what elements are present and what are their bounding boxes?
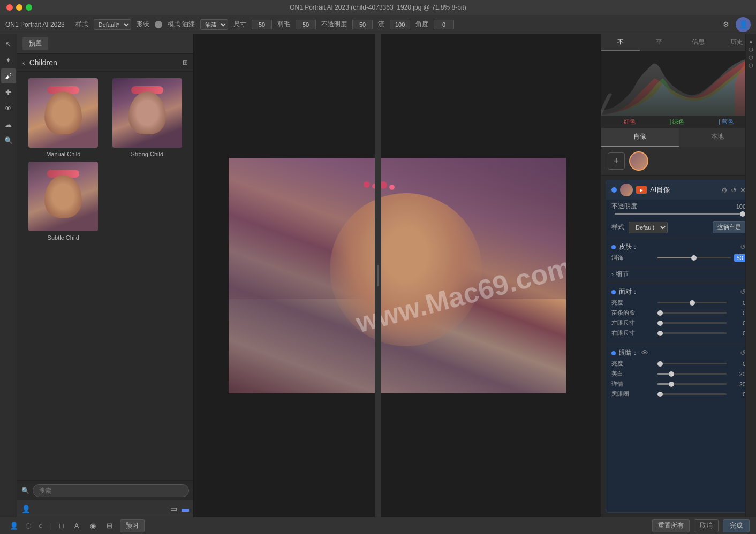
detail-label: 细节 [616,270,629,279]
bottom-left-btn1[interactable]: 👤 [6,521,21,531]
style-action-button[interactable]: 这辆车是 [713,221,746,233]
edge-tool-1[interactable]: ▲ [749,39,754,44]
preset-label-subtle: Subtle Child [48,234,79,241]
right-eye-track[interactable] [657,332,727,334]
face-dot-icon [611,290,616,294]
list-item[interactable]: Manual Child [24,78,103,157]
ai-panel-title: AI肖像 [650,185,670,195]
bottom-text-btn[interactable]: A [71,521,82,531]
category-header: ‹ Children ⊞ [17,54,193,72]
tool-mask[interactable]: ✦ [1,52,16,67]
tool-eye[interactable]: 👁 [1,101,16,116]
eye-detail-row: 详情 20 [611,380,746,388]
flow-input[interactable]: 100 [390,20,410,29]
brightness-track[interactable] [657,302,727,303]
edge-tool-3[interactable]: ⬡ [749,55,753,60]
dark-circle-thumb[interactable] [657,392,663,397]
cancel-button[interactable]: 取消 [694,519,719,532]
slim-face-thumb[interactable] [657,310,663,316]
list-item[interactable]: Subtle Child [24,162,103,241]
opacity-toolbar-input[interactable]: 50 [352,20,373,29]
canvas-area: www.Mac69.com [194,34,601,517]
tool-arrow[interactable]: ↖ [1,36,16,51]
tab-info-1[interactable]: 不 [601,34,640,51]
face-thumbnail[interactable] [629,151,648,171]
divider-2 [606,283,751,283]
tool-fingerprint[interactable]: ☁ [1,117,16,132]
presets-button[interactable]: 预置 [22,37,48,50]
brightness-thumb[interactable] [690,300,695,306]
close-button[interactable] [6,4,13,11]
brightness-value: 0 [730,300,746,306]
skin-slider-track[interactable] [657,257,731,258]
skin-label: 皮肤： [619,242,638,251]
skin-slider-thumb[interactable] [691,255,697,261]
finish-button[interactable]: 完成 [723,519,750,532]
view-single-icon[interactable]: ▭ [170,505,177,513]
grid-view-icon[interactable]: ⊞ [183,59,188,66]
ai-panel-actions: ⚙ ↺ ✕ [721,186,746,194]
angle-input[interactable]: 0 [434,20,454,29]
tab-local[interactable]: 本地 [679,128,757,147]
eyes-section-header: 眼睛： 👁 ↺ [611,348,746,357]
tab-info-2[interactable]: 平 [640,34,678,51]
eye-brightness-row: 亮度 0 [611,360,746,368]
preset-label-manual: Manual Child [46,151,80,157]
ai-mode-icon: ▶ [636,186,647,194]
settings-panel-icon[interactable]: ⚙ [721,186,728,194]
edge-tool-2[interactable]: ⬡ [749,47,753,52]
slim-face-track[interactable] [657,312,727,314]
minimize-button[interactable] [16,4,22,11]
user-avatar[interactable]: 👤 [736,17,751,32]
add-face-button[interactable]: + [608,152,625,170]
opacity-slider-track[interactable] [615,213,743,215]
style-dropdown[interactable]: Default [629,222,668,233]
eye-detail-thumb[interactable] [669,382,674,387]
bottom-rect-btn[interactable]: ⊟ [103,521,116,531]
list-item[interactable]: Strong Child [108,78,187,157]
style-row: 样式 Default 这辆车是 [606,218,751,237]
undo-panel-icon[interactable]: ↺ [731,186,737,194]
mode-select[interactable]: 油漆 [200,19,228,30]
eye-white-thumb[interactable] [669,371,674,377]
view-split-icon[interactable]: ▬ [182,505,189,513]
right-edge-tools: ▲ ⬡ ⬡ ⬡ [745,34,756,517]
eye-brightness-thumb[interactable] [657,361,663,367]
skin-slider-label: 润饰 [611,254,654,262]
edge-tool-4[interactable]: ⬡ [749,63,753,68]
search-input[interactable] [33,484,189,497]
size-input[interactable]: 50 [252,20,272,29]
skin-slider-row: 润饰 50 [611,254,746,262]
eye-detail-track[interactable] [657,383,727,385]
tab-portrait[interactable]: 肖像 [601,128,679,147]
eye-white-track[interactable] [657,373,727,375]
bottom-circle2-btn[interactable]: ◉ [87,521,99,531]
tool-healing[interactable]: ✚ [1,85,16,100]
left-eye-track[interactable] [657,322,727,324]
split-handle[interactable] [375,34,381,517]
feather-input[interactable]: 50 [296,20,316,29]
tool-search[interactable]: 🔍 [1,133,16,148]
eye-brightness-track[interactable] [657,363,727,364]
opacity-value: 100 [736,203,746,210]
reset-all-button[interactable]: 重置所有 [652,519,690,532]
opacity-slider-thumb[interactable] [740,211,745,217]
preview-button[interactable]: 预习 [120,519,145,532]
dark-circle-track[interactable] [657,393,727,395]
right-eye-thumb[interactable] [657,331,663,336]
eye-visibility-icon[interactable]: 👁 [641,349,648,357]
traffic-lights[interactable] [6,4,32,11]
left-eye-thumb[interactable] [657,321,663,326]
detail-expand[interactable]: › 细节 [606,267,751,281]
bottom-circle-btn[interactable]: ○ [35,521,46,531]
tool-brush[interactable]: 🖌 [1,68,16,83]
ai-face-icon [620,184,633,196]
opacity-slider-row [606,213,751,218]
bottom-left-icon1[interactable]: 👤 [21,505,31,513]
back-arrow-icon[interactable]: ‹ [22,58,25,67]
style-select[interactable]: Default* [94,19,131,30]
settings-icon[interactable]: ⚙ [721,19,731,29]
maximize-button[interactable] [26,4,32,11]
bottom-square-btn[interactable]: □ [56,521,67,531]
tab-info-3[interactable]: 信息 [679,34,717,51]
